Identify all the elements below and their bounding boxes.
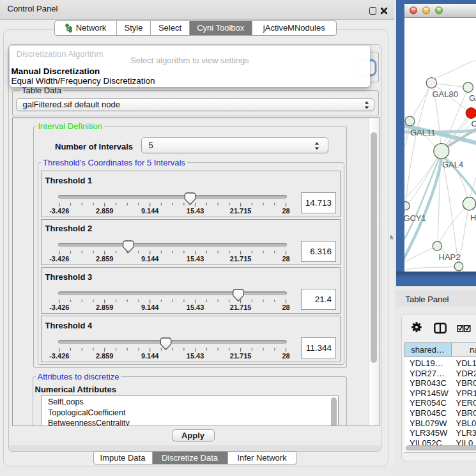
svg-text:15.43: 15.43	[186, 255, 204, 263]
svg-text:GA: GA	[469, 93, 476, 103]
svg-text:21.715: 21.715	[229, 255, 251, 263]
svg-text:28: 28	[282, 352, 289, 360]
svg-text:C: C	[472, 119, 476, 128]
svg-text:9.144: 9.144	[141, 255, 158, 263]
svg-text:15.43: 15.43	[186, 303, 204, 311]
svg-text:15.43: 15.43	[186, 207, 204, 215]
svg-text:9.144: 9.144	[141, 303, 158, 311]
svg-text:2.859: 2.859	[95, 303, 113, 311]
svg-text:HAP2: HAP2	[439, 252, 461, 262]
svg-text:21.715: 21.715	[229, 303, 251, 311]
svg-text:21.715: 21.715	[229, 352, 251, 360]
svg-text:-3.426: -3.426	[49, 255, 69, 263]
svg-text:GAL80: GAL80	[433, 89, 458, 99]
svg-text:2.859: 2.859	[95, 352, 113, 360]
svg-text:9.144: 9.144	[141, 207, 158, 215]
svg-text:GAL4: GAL4	[442, 160, 463, 169]
svg-text:15.43: 15.43	[186, 352, 204, 360]
svg-text:-3.426: -3.426	[49, 207, 69, 215]
svg-text:9.144: 9.144	[141, 352, 158, 360]
svg-text:H: H	[470, 213, 476, 222]
svg-text:GAL11: GAL11	[410, 128, 436, 137]
svg-text:GCY1: GCY1	[404, 213, 426, 223]
svg-text:28: 28	[282, 255, 289, 263]
svg-text:2.859: 2.859	[95, 207, 113, 215]
svg-text:28: 28	[282, 303, 289, 311]
svg-text:28: 28	[282, 207, 289, 215]
svg-text:21.715: 21.715	[229, 207, 251, 215]
svg-text:-3.426: -3.426	[49, 352, 69, 360]
svg-text:-3.426: -3.426	[49, 303, 69, 311]
svg-text:2.859: 2.859	[95, 255, 113, 263]
